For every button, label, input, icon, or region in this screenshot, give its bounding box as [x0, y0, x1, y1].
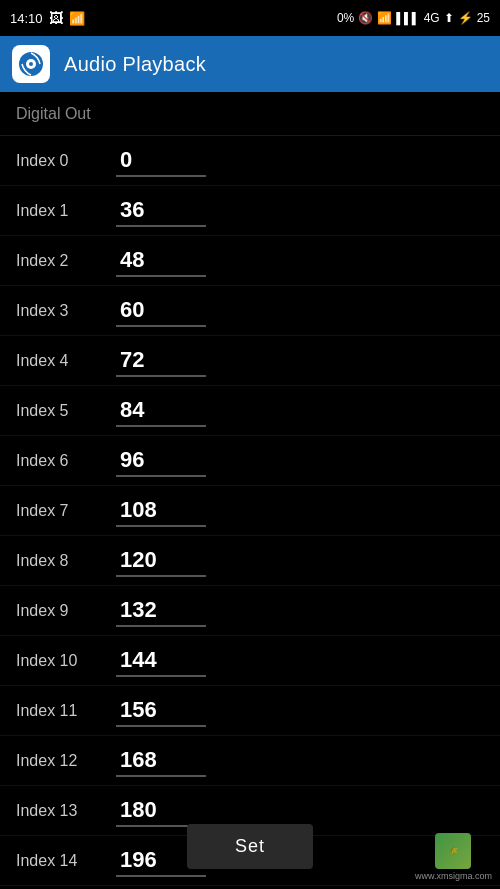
svg-point-2: [29, 62, 33, 66]
index-label: Index 12: [16, 752, 116, 770]
index-row: Index 7: [0, 486, 500, 536]
charging-icon: ⚡: [458, 11, 473, 25]
index-label: Index 8: [16, 552, 116, 570]
index-value-input[interactable]: [116, 145, 206, 177]
watermark: 🌾 www.xmsigma.com: [415, 833, 492, 881]
app-title: Audio Playback: [64, 53, 206, 76]
index-row: Index 0: [0, 136, 500, 186]
status-bar-right: 0% 🔇 📶 ▌▌▌ 4G ⬆ ⚡ 25: [337, 11, 490, 25]
index-label: Index 10: [16, 652, 116, 670]
percent-display: 0%: [337, 11, 354, 25]
signal-icon: 📶: [69, 11, 85, 26]
app-icon: [12, 45, 50, 83]
wifi-icon: 📶: [377, 11, 392, 25]
index-value-input[interactable]: [116, 395, 206, 427]
cell-signal-icon: ▌▌▌: [396, 12, 419, 24]
index-rows-container: Index 0Index 1Index 2Index 3Index 4Index…: [0, 136, 500, 889]
index-row: Index 11: [0, 686, 500, 736]
index-value-input[interactable]: [116, 695, 206, 727]
photo-icon: 🖼: [49, 10, 63, 26]
watermark-logo: 🌾: [435, 833, 471, 869]
index-row: Index 6: [0, 436, 500, 486]
index-label: Index 1: [16, 202, 116, 220]
index-value-input[interactable]: [116, 545, 206, 577]
index-row: Index 10: [0, 636, 500, 686]
scroll-area[interactable]: Digital Out Index 0Index 1Index 2Index 3…: [0, 92, 500, 889]
partial-digital-row: Digital Out: [0, 92, 500, 136]
time-display: 14:10: [10, 11, 43, 26]
index-label: Index 11: [16, 702, 116, 720]
index-value-input[interactable]: [116, 245, 206, 277]
index-label: Index 7: [16, 502, 116, 520]
watermark-url: www.xmsigma.com: [415, 871, 492, 881]
index-row: Index 1: [0, 186, 500, 236]
index-label: Index 2: [16, 252, 116, 270]
index-label: Index 6: [16, 452, 116, 470]
audio-playback-icon: [18, 51, 44, 77]
index-value-input[interactable]: [116, 495, 206, 527]
data-icon: ⬆: [444, 11, 454, 25]
index-value-input[interactable]: [116, 295, 206, 327]
index-row: Index 2: [0, 236, 500, 286]
4g-label: 4G: [424, 11, 440, 25]
index-value-input[interactable]: [116, 795, 206, 827]
index-label: Index 13: [16, 802, 116, 820]
index-row: Index 4: [0, 336, 500, 386]
index-label: Index 3: [16, 302, 116, 320]
index-row: Index 12: [0, 736, 500, 786]
status-bar-left: 14:10 🖼 📶: [10, 10, 85, 26]
index-value-input[interactable]: [116, 345, 206, 377]
index-value-input[interactable]: [116, 595, 206, 627]
set-button[interactable]: Set: [187, 824, 313, 869]
digital-out-label: Digital Out: [16, 105, 484, 123]
index-value-input[interactable]: [116, 445, 206, 477]
mute-icon: 🔇: [358, 11, 373, 25]
battery-display: 25: [477, 11, 490, 25]
index-label: Index 0: [16, 152, 116, 170]
app-bar: Audio Playback: [0, 36, 500, 92]
index-row: Index 3: [0, 286, 500, 336]
status-bar: 14:10 🖼 📶 0% 🔇 📶 ▌▌▌ 4G ⬆ ⚡ 25: [0, 0, 500, 36]
index-value-input[interactable]: [116, 195, 206, 227]
index-row: Index 5: [0, 386, 500, 436]
index-label: Index 4: [16, 352, 116, 370]
index-row: Index 8: [0, 536, 500, 586]
index-row: Index 9: [0, 586, 500, 636]
index-value-input[interactable]: [116, 745, 206, 777]
index-value-input[interactable]: [116, 645, 206, 677]
index-label: Index 5: [16, 402, 116, 420]
index-label: Index 9: [16, 602, 116, 620]
